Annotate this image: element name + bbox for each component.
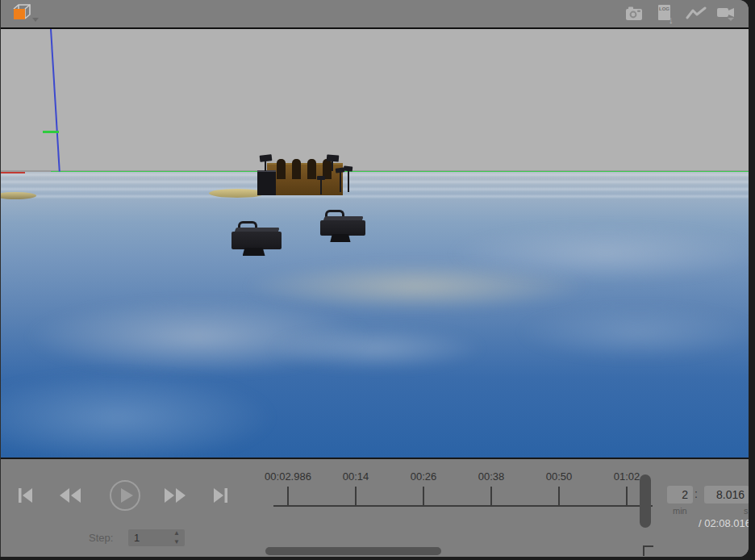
skip-to-start-icon (19, 487, 32, 504)
timeline-tick (355, 487, 357, 506)
plot-icon (686, 6, 707, 21)
floating-barge[interactable] (257, 155, 352, 195)
step-value-field[interactable] (128, 529, 176, 546)
timeline-horizontal-scrollbar[interactable] (265, 547, 441, 555)
total-time-label: / 02:08.016 (636, 517, 749, 529)
minutes-unit-label: min (673, 506, 687, 516)
boat-body (232, 232, 282, 249)
timeline-tick-label: 00:14 (343, 470, 369, 483)
seconds-field[interactable] (704, 486, 749, 504)
play-icon (109, 479, 141, 512)
record-video-icon (716, 6, 737, 22)
insert-model-cube-icon (7, 2, 40, 26)
screenshot-camera-icon (625, 6, 644, 22)
timeline-tick-label: 00:50 (546, 470, 573, 483)
y-axis-line (51, 171, 749, 172)
antenna-pole (340, 171, 341, 192)
screenshot-button[interactable] (624, 3, 645, 24)
gazebo-window-frame: LOG ↓ (0, 0, 755, 560)
top-toolbar: LOG ↓ (1, 0, 749, 29)
timeline-tick-label: 00:38 (478, 470, 505, 483)
skip-to-start-button[interactable] (19, 487, 32, 507)
ocean-water (1, 171, 749, 458)
log-record-button[interactable]: LOG ↓ (655, 3, 676, 24)
log-icon-label: LOG (659, 6, 669, 11)
timeline-tick (626, 487, 628, 506)
timeline-tick (287, 487, 289, 506)
dropdown-arrow-icon (32, 18, 39, 22)
cloud-reflection (517, 304, 749, 361)
spin-down-icon[interactable]: ▼ (172, 539, 181, 545)
boat-body (320, 220, 365, 236)
time-colon: : (695, 487, 698, 500)
play-button[interactable] (109, 479, 141, 515)
plot-button[interactable] (686, 3, 707, 24)
timeline-tick (558, 487, 560, 506)
antenna-head (317, 176, 325, 180)
x-axis-line (1, 172, 25, 173)
timeline-baseline (273, 505, 653, 507)
timeline-tick-label: 00:26 (411, 470, 437, 483)
cloud-reflection (448, 224, 749, 282)
step-label: Step: (89, 532, 113, 544)
cloud-reflection (1, 371, 275, 459)
rewind-button[interactable] (59, 487, 81, 507)
antenna-head (344, 165, 353, 171)
log-record-icon: LOG ↓ (658, 5, 673, 23)
barge-panel (307, 159, 316, 179)
antenna-head (260, 154, 273, 162)
spin-up-icon[interactable]: ▲ (172, 530, 181, 537)
fast-forward-button[interactable] (165, 487, 186, 507)
timeline-tick (490, 487, 492, 506)
antenna-pole (320, 179, 322, 194)
timeline-tick-label: 00:02.986 (265, 470, 311, 483)
minutes-field[interactable] (667, 486, 693, 504)
sky (1, 29, 749, 171)
seconds-unit-label: s (744, 506, 749, 516)
step-spin-arrows[interactable]: ▲ ▼ (172, 530, 181, 545)
timeline-tick (423, 487, 424, 506)
cloud-reflection-band (1, 173, 749, 198)
antenna-pole (348, 169, 349, 192)
insert-model-button[interactable] (7, 3, 40, 24)
skip-to-end-icon (214, 487, 227, 504)
cloud-reflection (267, 326, 485, 370)
boat-skirt (243, 248, 265, 256)
rewind-icon (59, 487, 81, 504)
small-boat-right[interactable] (320, 213, 365, 242)
antenna-head (327, 154, 340, 161)
gazebo-window: LOG ↓ (0, 0, 749, 557)
barge-cabin (257, 170, 276, 195)
boat-skirt (330, 234, 350, 242)
render-viewport[interactable] (1, 29, 749, 459)
playback-toolbar: 00:02.98600:1400:2600:3800:5001:02 : min… (1, 459, 749, 557)
step-spinbox[interactable]: ▲ ▼ (128, 529, 185, 546)
timeline-tick-label: 01:02 (614, 470, 640, 483)
download-arrow-icon: ↓ (669, 16, 674, 24)
small-boat-left[interactable] (232, 224, 282, 256)
record-video-button[interactable] (716, 3, 737, 24)
skip-to-end-button[interactable] (214, 487, 227, 507)
axis-marker (43, 131, 59, 133)
fast-forward-icon (165, 487, 186, 504)
barge-panel (292, 159, 301, 179)
resize-corner-mark (643, 545, 653, 556)
barge-panel (277, 159, 286, 179)
